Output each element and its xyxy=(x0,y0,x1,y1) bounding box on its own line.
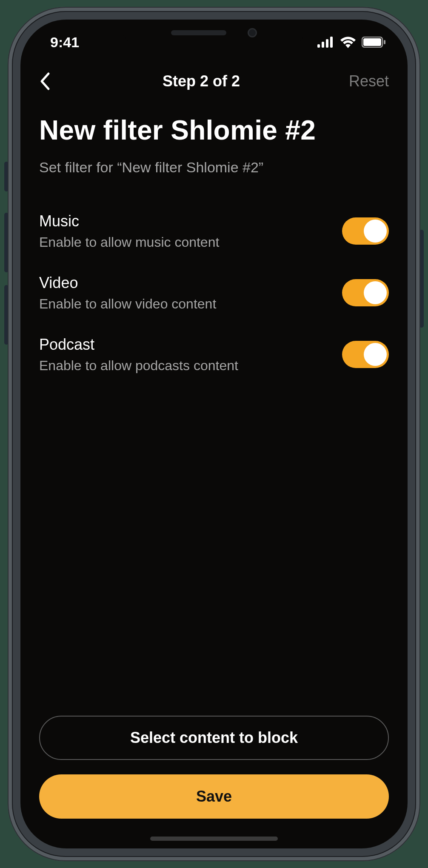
button-label: Save xyxy=(196,788,232,805)
toggle-podcast[interactable] xyxy=(342,341,389,368)
options-list: Music Enable to allow music content Vide… xyxy=(39,212,389,374)
toggle-knob xyxy=(364,343,387,366)
speaker-grille xyxy=(171,30,226,35)
page-title: New filter Shlomie #2 xyxy=(39,115,389,146)
battery-icon xyxy=(362,37,386,48)
device-frame: 9:41 xyxy=(8,7,420,861)
reset-button[interactable]: Reset xyxy=(338,72,389,90)
screen: 9:41 xyxy=(20,20,408,848)
option-music: Music Enable to allow music content xyxy=(39,212,389,250)
toggle-music[interactable] xyxy=(342,217,389,245)
page-subtitle: Set filter for “New filter Shlomie #2” xyxy=(39,159,389,176)
option-title: Podcast xyxy=(39,336,334,354)
front-camera xyxy=(248,28,257,37)
option-podcast: Podcast Enable to allow podcasts content xyxy=(39,336,389,374)
device-bezel: 9:41 xyxy=(12,11,416,857)
toggle-knob xyxy=(364,220,387,243)
svg-rect-2 xyxy=(326,39,328,48)
home-indicator[interactable] xyxy=(150,837,278,841)
nav-title: Step 2 of 2 xyxy=(163,72,240,90)
footer: Select content to block Save xyxy=(20,716,408,848)
svg-rect-3 xyxy=(330,37,333,48)
option-description: Enable to allow music content xyxy=(39,234,334,250)
svg-rect-6 xyxy=(384,40,385,44)
select-content-button[interactable]: Select content to block xyxy=(39,716,389,760)
chevron-left-icon xyxy=(39,72,50,91)
cellular-icon xyxy=(317,37,334,48)
nav-bar: Step 2 of 2 Reset xyxy=(20,62,408,100)
back-button[interactable] xyxy=(39,72,65,91)
notch xyxy=(123,20,305,46)
status-time: 9:41 xyxy=(50,34,79,51)
option-description: Enable to allow video content xyxy=(39,296,334,312)
button-label: Select content to block xyxy=(130,729,298,747)
status-indicators xyxy=(317,36,386,48)
option-title: Video xyxy=(39,274,334,292)
toggle-knob xyxy=(364,281,387,304)
option-video: Video Enable to allow video content xyxy=(39,274,389,312)
wifi-icon xyxy=(340,36,357,48)
svg-rect-1 xyxy=(322,42,324,48)
option-description: Enable to allow podcasts content xyxy=(39,358,334,374)
svg-rect-0 xyxy=(317,44,320,48)
content: New filter Shlomie #2 Set filter for “Ne… xyxy=(20,100,408,716)
save-button[interactable]: Save xyxy=(39,774,389,819)
option-title: Music xyxy=(39,212,334,230)
svg-rect-5 xyxy=(363,38,381,46)
toggle-video[interactable] xyxy=(342,279,389,306)
